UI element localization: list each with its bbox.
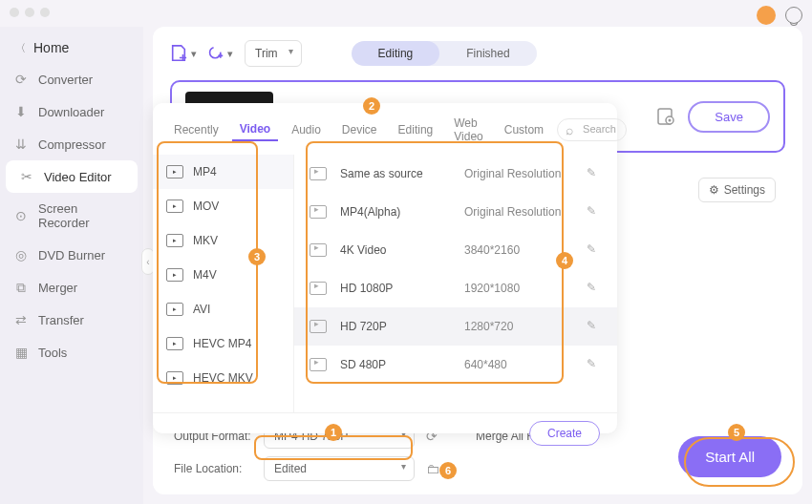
res-value: Original Resolution (464, 167, 587, 180)
compress-icon: ⇊ (13, 136, 29, 152)
transfer-icon: ⇄ (13, 312, 29, 327)
play-icon (310, 282, 327, 295)
codec-label: MP4 (193, 165, 217, 178)
sidebar-label: DVD Burner (38, 248, 105, 262)
edit-icon[interactable]: ✎ (587, 357, 602, 372)
disc-icon: ◎ (13, 247, 29, 262)
resolution-list: Same as sourceOriginal Resolution✎ MP4(A… (294, 155, 617, 412)
edit-icon[interactable]: ✎ (587, 166, 602, 181)
codec-mov[interactable]: ▸MOV (153, 189, 293, 223)
status-segmented: Editing Finished (352, 41, 537, 66)
play-icon (310, 243, 327, 257)
trim-select[interactable]: Trim (245, 40, 302, 67)
sidebar-item-converter[interactable]: ⟳Converter (0, 63, 143, 95)
download-icon: ⬇ (13, 104, 29, 119)
start-all-button[interactable]: Start All (678, 436, 781, 477)
codec-hevc-mp4[interactable]: ▸HEVC MP4 (153, 326, 293, 361)
add-task-button[interactable]: ▾ (208, 46, 233, 61)
tab-audio[interactable]: Audio (284, 119, 329, 140)
sidebar-item-dvd-burner[interactable]: ◎DVD Burner (0, 239, 143, 271)
preset-icon[interactable] (655, 106, 676, 127)
codec-icon: ▸ (166, 200, 183, 213)
tab-editing[interactable]: Editing (391, 119, 441, 140)
sidebar-item-tools[interactable]: ▦Tools (0, 336, 143, 368)
sidebar-item-transfer[interactable]: ⇄Transfer (0, 304, 143, 336)
codec-icon: ▸ (166, 303, 183, 316)
folder-icon[interactable]: 🗀 (426, 461, 439, 476)
file-location-label: File Location: (174, 462, 256, 475)
tab-video[interactable]: Video (232, 118, 278, 141)
sidebar-item-screen-recorder[interactable]: ⊙Screen Recorder (0, 193, 143, 239)
recorder-icon: ⊙ (13, 208, 29, 223)
support-icon[interactable] (785, 7, 802, 24)
file-location-select[interactable]: Edited (264, 456, 415, 481)
tab-finished[interactable]: Finished (439, 41, 536, 66)
res-480p[interactable]: SD 480P640*480✎ (294, 346, 617, 384)
codec-label: AVI (193, 303, 210, 316)
grid-icon: ▦ (13, 345, 29, 360)
dropdown-icon: ▾ (191, 48, 197, 60)
sidebar-label: Tools (38, 346, 67, 360)
res-1080p[interactable]: HD 1080P1920*1080✎ (294, 269, 617, 307)
res-value: 1920*1080 (464, 282, 587, 295)
edit-icon[interactable]: ✎ (587, 281, 602, 296)
res-720p[interactable]: HD 720P1280*720✎ (294, 307, 617, 346)
format-panel: Recently Video Audio Device Editing Web … (153, 103, 617, 433)
sidebar-item-merger[interactable]: ⧉Merger (0, 271, 143, 304)
edit-icon[interactable]: ✎ (587, 242, 602, 258)
sidebar-label: Merger (38, 281, 77, 295)
codec-icon: ▸ (166, 234, 183, 247)
tab-web-video[interactable]: Web Video (446, 113, 490, 147)
tab-recently[interactable]: Recently (166, 119, 226, 140)
codec-label: M4V (193, 268, 217, 282)
sidebar-item-compressor[interactable]: ⇊Compressor (0, 128, 143, 160)
annotation-badge-4: 4 (556, 252, 573, 269)
codec-mkv[interactable]: ▸MKV (153, 223, 293, 258)
create-button[interactable]: Create (529, 421, 600, 446)
settings-button[interactable]: ⚙Settings (698, 178, 776, 202)
converter-icon: ⟳ (13, 72, 29, 87)
sidebar-label: Screen Recorder (38, 201, 130, 230)
annotation-badge-5: 5 (728, 424, 745, 441)
sidebar-label: Video Editor (44, 170, 112, 184)
res-same-as-source[interactable]: Same as sourceOriginal Resolution✎ (294, 155, 617, 193)
res-mp4-alpha[interactable]: MP4(Alpha)Original Resolution✎ (294, 193, 617, 231)
codec-hevc-mkv[interactable]: ▸HEVC MKV (153, 361, 293, 395)
save-button[interactable]: Save (688, 101, 770, 133)
res-name: HD 720P (340, 320, 464, 333)
add-file-button[interactable]: ▾ (170, 44, 197, 63)
window-controls[interactable] (10, 8, 50, 17)
annotation-badge-6: 6 (439, 462, 457, 479)
codec-m4v[interactable]: ▸M4V (153, 258, 293, 292)
user-avatar[interactable] (757, 6, 776, 25)
format-tabs: Recently Video Audio Device Editing Web … (153, 103, 617, 155)
edit-icon[interactable]: ✎ (587, 204, 602, 220)
sidebar-item-downloader[interactable]: ⬇Downloader (0, 95, 143, 128)
sidebar-label: Transfer (38, 313, 84, 327)
edit-icon[interactable]: ✎ (587, 319, 602, 334)
topbar-right (757, 6, 802, 25)
codec-label: MOV (193, 200, 219, 213)
home-link[interactable]: 〈Home (0, 32, 143, 63)
circle-plus-icon (208, 46, 224, 61)
res-name: HD 1080P (340, 282, 464, 295)
res-value: 1280*720 (464, 320, 587, 333)
codec-mp4[interactable]: ▸MP4 (153, 155, 293, 189)
play-icon (310, 320, 327, 333)
annotation-badge-3: 3 (248, 248, 266, 265)
format-search-input[interactable]: Search (557, 118, 627, 141)
codec-icon: ▸ (166, 337, 183, 350)
gear-icon: ⚙ (709, 183, 719, 197)
svg-point-3 (669, 119, 672, 122)
dropdown-icon: ▾ (227, 48, 233, 60)
codec-avi[interactable]: ▸AVI (153, 292, 293, 326)
tab-custom[interactable]: Custom (497, 119, 551, 140)
codec-label: MKV (193, 234, 218, 247)
sidebar-label: Converter (38, 73, 93, 87)
sidebar-item-video-editor[interactable]: ✂Video Editor (6, 160, 138, 193)
res-name: Same as source (340, 167, 464, 180)
home-label: Home (33, 40, 69, 55)
tab-device[interactable]: Device (334, 119, 385, 140)
sidebar-label: Downloader (38, 105, 104, 119)
tab-editing[interactable]: Editing (352, 41, 440, 66)
